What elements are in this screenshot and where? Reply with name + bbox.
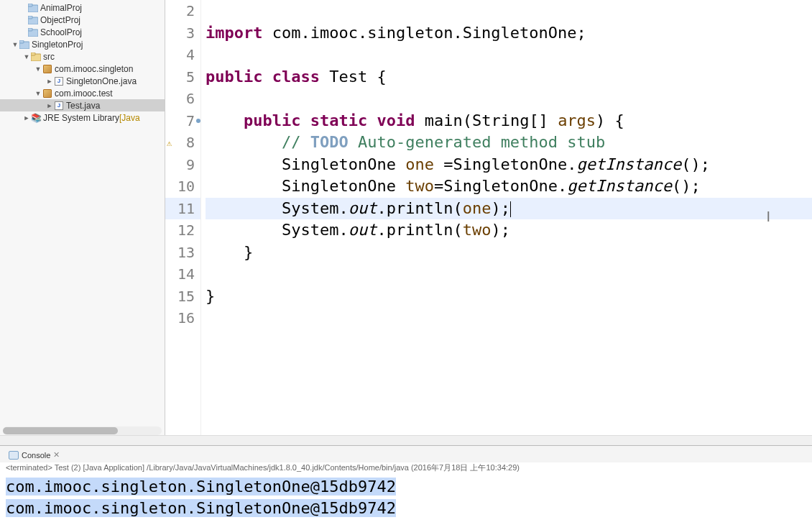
line-number[interactable]: 4 — [165, 44, 200, 66]
pkg-icon — [42, 63, 53, 75]
line-number[interactable]: 3 — [165, 22, 200, 45]
tree-item-label: JRE System Library — [43, 113, 119, 123]
folder-blue-icon — [19, 39, 30, 50]
console-output[interactable]: com.imooc.singleton.SingletonOne@15db974… — [0, 475, 812, 525]
line-number[interactable]: 10 — [165, 175, 200, 198]
text-cursor-icon: I — [766, 209, 770, 225]
editor-bottom-scrollbar[interactable] — [0, 435, 812, 445]
java-icon: J — [53, 100, 65, 111]
code-line[interactable] — [206, 44, 812, 66]
line-gutter: 2345678⚠910111213141516 — [165, 0, 201, 435]
tree-item[interactable]: ▼com.imooc.test — [0, 87, 165, 99]
line-number[interactable]: 16 — [165, 307, 200, 329]
project-tree[interactable]: AnimalProjObjectProjSchoolProj▼Singleton… — [0, 0, 165, 426]
console-status: <terminated> Test (2) [Java Application]… — [0, 462, 812, 475]
tree-item[interactable]: ▼src — [0, 50, 165, 63]
code-line[interactable]: public class Test { — [206, 66, 812, 88]
line-number[interactable]: 13 — [165, 242, 200, 264]
code-line[interactable] — [206, 263, 812, 286]
console-close-icon[interactable]: ✕ — [53, 450, 60, 460]
code-line[interactable] — [206, 307, 812, 329]
tree-item[interactable]: ▼com.imooc.singleton — [0, 63, 165, 75]
fold-marker-icon[interactable] — [196, 119, 200, 123]
tree-item[interactable]: AnimalProj — [0, 1, 165, 14]
svg-rect-5 — [28, 28, 32, 31]
console-tab[interactable]: Console ✕ — [6, 449, 63, 461]
tree-arrow-icon[interactable]: ► — [46, 102, 53, 109]
java-icon: J — [53, 76, 65, 87]
line-number[interactable]: 11 — [165, 198, 200, 220]
line-number[interactable]: 5 — [165, 66, 200, 88]
sidebar-scrollbar[interactable] — [3, 426, 162, 435]
tree-item-label: ObjectProj — [40, 15, 80, 25]
tree-item[interactable]: ►JSingletonOne.java — [0, 75, 165, 87]
console-tabs: Console ✕ — [0, 446, 812, 462]
package-explorer: AnimalProjObjectProjSchoolProj▼Singleton… — [0, 0, 165, 435]
tree-item-label: src — [43, 52, 55, 62]
svg-rect-9 — [31, 52, 35, 55]
tree-arrow-icon[interactable]: ▼ — [34, 90, 42, 97]
tree-item[interactable]: ►📚JRE System Library [Java — [0, 111, 165, 124]
pkg-icon — [42, 88, 53, 99]
code-line[interactable]: SingletonOne one =SingletonOne.getInstan… — [206, 154, 812, 176]
line-number[interactable]: 8⚠ — [165, 132, 200, 154]
tree-item[interactable]: ▼SingletonProj — [0, 38, 165, 50]
line-number[interactable]: 12 — [165, 219, 200, 242]
console-icon — [9, 451, 19, 460]
line-number[interactable]: 6 — [165, 88, 200, 110]
svg-rect-3 — [28, 16, 32, 19]
tree-item[interactable]: ►JTest.java — [0, 99, 165, 111]
lib-icon: 📚 — [30, 112, 42, 124]
code-line[interactable]: System.out.println(one); — [206, 198, 812, 220]
code-line[interactable]: public static void main(String[] args) { — [206, 110, 812, 132]
tree-arrow-icon[interactable]: ▼ — [11, 41, 19, 48]
svg-rect-7 — [19, 40, 24, 43]
line-number[interactable]: 9 — [165, 154, 200, 176]
console-tab-label: Console — [22, 451, 50, 460]
code-line[interactable] — [206, 0, 812, 22]
folder-blue-icon — [27, 2, 39, 14]
tree-item[interactable]: SchoolProj — [0, 26, 165, 38]
code-line[interactable]: // TODO Auto-generated method stub — [206, 132, 812, 154]
tree-item-label: SingletonProj — [32, 40, 83, 50]
code-line[interactable]: SingletonOne two=SingletonOne.getInstanc… — [206, 175, 812, 198]
line-number[interactable]: 15 — [165, 286, 200, 308]
code-editor[interactable]: 2345678⚠910111213141516 import com.imooc… — [165, 0, 812, 435]
tree-arrow-icon[interactable]: ▼ — [34, 65, 42, 73]
tree-item-label: com.imooc.singleton — [55, 64, 133, 74]
tree-item-label: AnimalProj — [40, 3, 82, 13]
line-number[interactable]: 14 — [165, 263, 200, 286]
tree-item[interactable]: ObjectProj — [0, 14, 165, 26]
tree-arrow-icon[interactable]: ▼ — [23, 53, 30, 60]
main-split: AnimalProjObjectProjSchoolProj▼Singleton… — [0, 0, 812, 435]
code-line[interactable]: import com.imooc.singleton.SingletonOne; — [206, 22, 812, 45]
tree-item-label: com.imooc.test — [55, 88, 113, 99]
tree-item-suffix: [Java — [119, 113, 140, 123]
code-line[interactable]: } — [206, 242, 812, 264]
folder-blue-icon — [27, 14, 39, 26]
tree-item-label: SingletonOne.java — [66, 76, 137, 86]
code-line[interactable]: } — [206, 286, 812, 308]
src-icon — [30, 51, 42, 63]
tree-arrow-icon[interactable]: ► — [23, 114, 30, 122]
warning-icon[interactable]: ⚠ — [167, 138, 172, 148]
console-line[interactable]: com.imooc.singleton.SingletonOne@15db974… — [6, 476, 806, 498]
tree-item-label: SchoolProj — [40, 27, 82, 37]
console-panel: Console ✕ <terminated> Test (2) [Java Ap… — [0, 445, 812, 525]
sidebar-scrollbar-thumb[interactable] — [3, 427, 118, 434]
tree-item-label: Test.java — [66, 101, 100, 111]
tree-arrow-icon[interactable]: ► — [46, 78, 53, 85]
console-line[interactable]: com.imooc.singleton.SingletonOne@15db974… — [6, 498, 806, 519]
code-line[interactable]: System.out.println(two); — [206, 219, 812, 242]
code-area[interactable]: import com.imooc.singleton.SingletonOne;… — [201, 0, 812, 435]
folder-blue-icon — [27, 27, 39, 38]
code-line[interactable] — [206, 88, 812, 110]
line-number[interactable]: 7 — [165, 110, 200, 132]
line-number[interactable]: 2 — [165, 0, 200, 22]
svg-rect-1 — [28, 4, 32, 6]
